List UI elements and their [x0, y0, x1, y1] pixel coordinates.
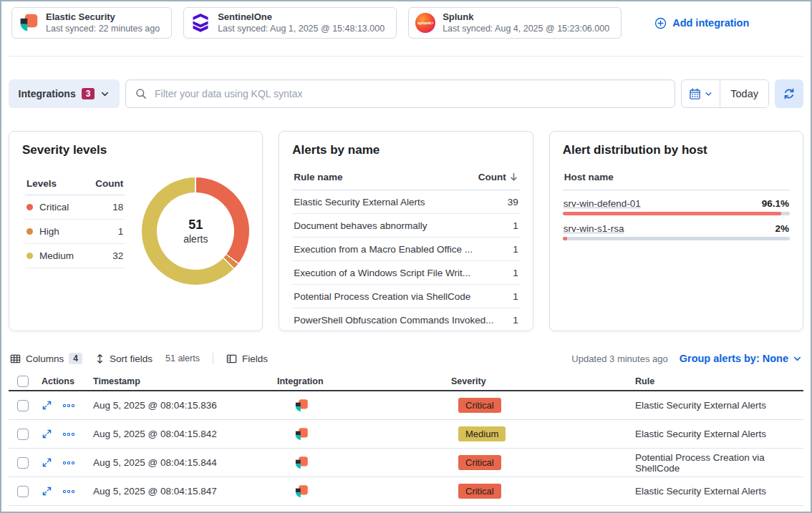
- legend-col-levels: Levels: [26, 178, 57, 189]
- row-checkbox[interactable]: [17, 457, 29, 469]
- donut-total-label: alerts: [183, 233, 208, 245]
- refresh-button[interactable]: [775, 79, 803, 108]
- header-integration[interactable]: Integration: [273, 376, 447, 386]
- host-name-link[interactable]: srv-win-s1-rsa: [564, 223, 624, 234]
- alerts-count-label: 51 alerts: [165, 353, 200, 363]
- expand-alert-button[interactable]: [42, 429, 52, 439]
- search-icon: [135, 88, 147, 99]
- columns-button[interactable]: Columns 4: [10, 353, 82, 364]
- header-severity[interactable]: Severity: [447, 376, 631, 386]
- alert-rule: Elastic Security External Alerts: [631, 429, 803, 439]
- select-all-checkbox[interactable]: [17, 376, 29, 387]
- row-checkbox[interactable]: [17, 400, 29, 411]
- rule-name: PowerShell Obfuscation Commands Invoked.…: [294, 315, 493, 326]
- row-actions-menu-button[interactable]: [63, 404, 74, 407]
- host-percentage: 2%: [775, 223, 789, 234]
- rule-count: 1: [513, 291, 518, 302]
- fields-label: Fields: [242, 353, 268, 364]
- alert-timestamp: Aug 5, 2025 @ 08:04:15.847: [89, 486, 273, 497]
- columns-count-badge: 4: [69, 353, 82, 364]
- date-quick-select-button[interactable]: [682, 80, 720, 107]
- elastic-security-logo-icon: [294, 399, 309, 413]
- row-actions-menu-button[interactable]: [63, 433, 74, 436]
- today-button[interactable]: Today: [720, 80, 768, 107]
- expand-alert-button[interactable]: [42, 457, 52, 468]
- count-column-header[interactable]: Count: [478, 172, 518, 182]
- row-actions-menu-button[interactable]: [63, 490, 74, 493]
- sentinelone-logo-icon: [190, 13, 211, 33]
- kql-search-box: [125, 79, 675, 108]
- count-header-label: Count: [478, 172, 506, 182]
- severity-badge: Medium: [458, 426, 506, 441]
- legend-row-high: High 1: [25, 220, 125, 244]
- alert-timestamp: Aug 5, 2025 @ 08:04:15.836: [89, 400, 273, 411]
- toolbar-divider: [213, 353, 213, 364]
- expand-diagonal-icon: [42, 429, 52, 439]
- integrations-filter-button[interactable]: Integrations 3: [9, 79, 120, 108]
- today-label: Today: [730, 88, 758, 99]
- expand-diagonal-icon: [42, 400, 52, 411]
- rule-name: Execution from a Macro Enabled Office ..…: [294, 244, 473, 255]
- host-name-column-header: Host name: [563, 172, 790, 190]
- alerts-table-header: Actions Timestamp Integration Severity R…: [9, 373, 803, 391]
- elastic-security-logo-icon: [294, 484, 309, 499]
- header-timestamp[interactable]: Timestamp: [89, 376, 273, 386]
- columns-label: Columns: [26, 353, 64, 364]
- expand-alert-button[interactable]: [42, 486, 52, 497]
- integration-card-title: Splunk: [443, 11, 609, 23]
- integration-card-elastic-security[interactable]: Elastic Security Last synced: 22 minutes…: [11, 7, 172, 39]
- fields-button[interactable]: Fields: [226, 353, 268, 364]
- alerts-by-name-row: Execution of a Windows Script File Writ.…: [292, 261, 519, 285]
- rule-count: 1: [513, 220, 518, 231]
- add-integration-button[interactable]: Add integration: [654, 17, 749, 29]
- rule-count: 1: [513, 268, 518, 278]
- expand-alert-button[interactable]: [42, 400, 52, 411]
- calendar-icon: [689, 88, 701, 100]
- medium-dot-icon: [26, 253, 33, 259]
- sort-arrows-icon: [95, 353, 105, 364]
- alert-rule: Potential Process Creation via ShellCode: [631, 452, 803, 474]
- sort-down-arrow-icon: [509, 172, 518, 182]
- legend-label: High: [39, 226, 59, 237]
- alerts-by-name-row: Document behaves abnormally 1: [292, 214, 519, 238]
- integration-card-title: Elastic Security: [46, 11, 160, 23]
- high-dot-icon: [26, 228, 33, 235]
- alerts-table-toolbar: Columns 4 Sort fields 51 alerts Fields U…: [10, 348, 802, 368]
- host-name-link[interactable]: srv-win-defend-01: [564, 198, 641, 209]
- legend-row-critical: Critical 18: [25, 195, 125, 220]
- rule-name-column-header[interactable]: Rule name: [294, 172, 342, 182]
- rule-count: 1: [513, 315, 518, 326]
- panel-title: Alert distribution by host: [563, 143, 790, 157]
- analytics-panels: Severity levels Levels Count Critical 18…: [9, 131, 803, 331]
- alert-row: Aug 5, 2025 @ 08:04:15.836 Critical Elas…: [9, 391, 803, 420]
- integration-card-sentinelone[interactable]: SentinelOne Last synced: Aug 1, 2025 @ 1…: [183, 7, 397, 39]
- elastic-security-logo-icon: [294, 456, 309, 470]
- host-row: srv-win-s1-rsa 2%: [563, 223, 790, 240]
- legend-label: Medium: [39, 250, 74, 261]
- row-checkbox[interactable]: [17, 486, 29, 497]
- donut-center: 51 alerts: [157, 192, 234, 270]
- rule-name: Execution of a Windows Script File Writ.…: [294, 268, 470, 278]
- row-actions-menu-button[interactable]: [63, 461, 74, 464]
- header-rule[interactable]: Rule: [631, 376, 803, 386]
- integration-card-splunk[interactable]: splunk> Splunk Last synced: Aug 4, 2025 …: [408, 7, 622, 39]
- legend-col-count: Count: [95, 178, 123, 189]
- severity-legend-table: Levels Count Critical 18 High 1 Medium: [25, 175, 125, 285]
- panel-title: Severity levels: [22, 143, 249, 157]
- alert-rule: Elastic Security External Alerts: [631, 486, 803, 497]
- rule-name: Potential Process Creation via ShellCode: [294, 291, 470, 302]
- splunk-logo-icon: splunk>: [415, 13, 435, 33]
- alerts-by-name-row: Elastic Security External Alerts 39: [292, 190, 519, 214]
- group-alerts-by-button[interactable]: Group alerts by: None: [680, 353, 802, 364]
- severity-badge: Critical: [458, 484, 501, 499]
- sort-fields-button[interactable]: Sort fields: [95, 353, 153, 364]
- integration-card-last-synced: Last synced: Aug 1, 2025 @ 15:48:13.000: [218, 23, 385, 34]
- kql-search-input[interactable]: [153, 87, 665, 100]
- alerts-by-name-panel: Alerts by name Rule name Count Elastic S…: [279, 131, 533, 331]
- row-checkbox[interactable]: [17, 429, 29, 440]
- legend-count: 18: [112, 202, 123, 212]
- severity-levels-panel: Severity levels Levels Count Critical 18…: [9, 131, 263, 331]
- elastic-security-logo-icon: [19, 13, 39, 33]
- integration-card-last-synced: Last synced: Aug 4, 2025 @ 15:23:06.000: [443, 23, 609, 34]
- plus-circle-icon: [654, 17, 667, 29]
